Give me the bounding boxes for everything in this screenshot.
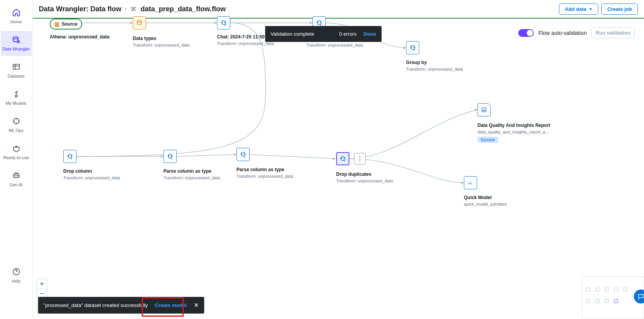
sample-badge[interactable]: Sample	[477, 137, 498, 143]
parse2-sub: Transform: unprocessed_data	[236, 174, 293, 179]
svg-point-3	[15, 95, 17, 97]
chat-sub: Transform: unprocessed_data	[217, 41, 274, 46]
home-icon	[12, 8, 21, 17]
snackbar: "processed_data" dataset created success…	[38, 297, 204, 314]
source-title: Athena: unprocessed_data	[50, 34, 109, 40]
zoom-control: ＋ −	[36, 279, 47, 299]
validation-msg: Validation complete	[271, 31, 314, 37]
breadcrumb-file: data_prep_data_flow.flow	[141, 5, 226, 13]
sidebar-label: Gen AI	[10, 182, 23, 187]
node-source[interactable]: ▥ Source	[50, 19, 82, 29]
sidebar-label: Data Wrangler	[2, 47, 30, 51]
run-validation-button[interactable]: Run validation	[591, 27, 635, 38]
parse1-sub: Transform: unprocessed_data	[163, 175, 220, 180]
report-title: Data Quality And Insights Report	[477, 123, 550, 128]
sidebar-item-genai[interactable]: Gen AI	[1, 167, 32, 192]
sidebar-label: Datasets	[8, 74, 24, 78]
node-drop-duplicates[interactable]	[336, 152, 349, 165]
validation-toast: Validation complete 0 errors Done	[265, 26, 382, 42]
database-icon: ▥	[54, 21, 59, 27]
breadcrumb-root[interactable]: Data Wrangler: Data flow	[39, 5, 122, 13]
add-data-button[interactable]: Add data▼	[559, 3, 599, 15]
data-wrangler-icon	[12, 35, 21, 44]
header: Data Wrangler: Data flow › data_prep_dat…	[33, 0, 644, 19]
create-model-button[interactable]: Create model	[155, 302, 187, 308]
help-icon	[12, 267, 21, 276]
sidebar-item-ready[interactable]: Ready-to-use	[1, 140, 32, 165]
auto-validation-bar: Flow auto-validation Run validation	[518, 27, 635, 38]
chat-title: Chat: 2024-7-25 11:50:5	[217, 34, 269, 40]
sidebar-label: ML Ops	[9, 128, 23, 133]
chevron-down-icon: ▼	[589, 7, 593, 11]
sidebar-item-datasets[interactable]: Datasets	[1, 58, 32, 83]
svg-point-1	[17, 41, 19, 43]
flow-canvas[interactable]: ▥ Source Athena: unprocessed_data Data t…	[33, 19, 644, 319]
svg-point-0	[13, 37, 18, 39]
groupby-sub: Transform: unprocessed_data	[406, 67, 463, 71]
auto-validation-toggle[interactable]	[518, 29, 534, 37]
flow-icon	[130, 5, 137, 13]
report-sub: data_quality_and_insights_report_adm…	[477, 130, 551, 134]
node-parse1[interactable]	[163, 150, 177, 163]
qm-title: Quick Model	[464, 195, 491, 200]
create-job-button[interactable]: Create job	[601, 3, 638, 15]
snackbar-msg: "processed_data" dataset created success…	[43, 302, 148, 308]
parse1-title: Parse column as type	[163, 168, 211, 174]
svg-rect-2	[13, 64, 19, 69]
data-types-sub: Transform: unprocessed_data	[133, 43, 189, 47]
add-data-label: Add data	[565, 6, 587, 12]
sidebar-item-help[interactable]: Help	[1, 263, 32, 288]
sidebar-label: Help	[12, 279, 21, 283]
sidebar-label: Home	[10, 19, 22, 24]
groupby-title: Group by	[406, 60, 427, 65]
node-group-by[interactable]	[406, 41, 419, 54]
genai-icon	[12, 171, 21, 180]
mlops-icon	[12, 116, 21, 126]
close-icon[interactable]: ✕	[194, 302, 199, 309]
node-parse2[interactable]	[236, 148, 250, 161]
data-types-title: Data types	[133, 36, 156, 41]
qm-sub: quick_model_admitted	[464, 202, 507, 206]
transform4-sub: Transform: unprocessed_data	[306, 43, 363, 47]
sidebar-item-mlops[interactable]: ML Ops	[1, 113, 32, 137]
sidebar-item-data-wrangler[interactable]: Data Wrangler	[1, 31, 32, 56]
sidebar-item-home[interactable]: Home	[1, 4, 32, 29]
node-report[interactable]	[477, 103, 491, 116]
source-label: Source	[62, 21, 78, 27]
ready-icon	[12, 144, 21, 153]
sidebar: Home Data Wrangler Datasets My Models ML…	[0, 0, 33, 319]
node-menu-button[interactable]: ⋮	[354, 153, 366, 165]
datasets-icon	[12, 62, 21, 71]
sidebar-label: Ready-to-use	[3, 155, 29, 160]
node-data-types[interactable]	[133, 16, 146, 29]
dropdup-sub: Transform: unprocessed_data	[336, 179, 393, 183]
validation-done-button[interactable]: Done	[364, 31, 377, 37]
dropcol-title: Drop column	[63, 168, 92, 174]
auto-validation-label: Flow auto-validation	[538, 30, 587, 36]
sidebar-label: My Models	[6, 101, 26, 106]
create-job-label: Create job	[607, 6, 632, 12]
models-icon	[12, 89, 21, 99]
dropdup-title: Drop duplicates	[336, 172, 371, 177]
validation-errors: 0 errors	[339, 31, 357, 37]
parse2-title: Parse column as type	[236, 167, 284, 172]
sidebar-item-my-models[interactable]: My Models	[1, 85, 32, 110]
node-quick-model[interactable]	[464, 176, 477, 189]
chevron-right-icon: ›	[125, 5, 127, 12]
zoom-in-button[interactable]: ＋	[37, 279, 47, 289]
node-drop-column[interactable]	[63, 150, 76, 163]
dropcol-sub: Transform: unprocessed_data	[63, 175, 120, 180]
svg-point-7	[137, 21, 142, 23]
node-chat[interactable]	[217, 16, 230, 29]
